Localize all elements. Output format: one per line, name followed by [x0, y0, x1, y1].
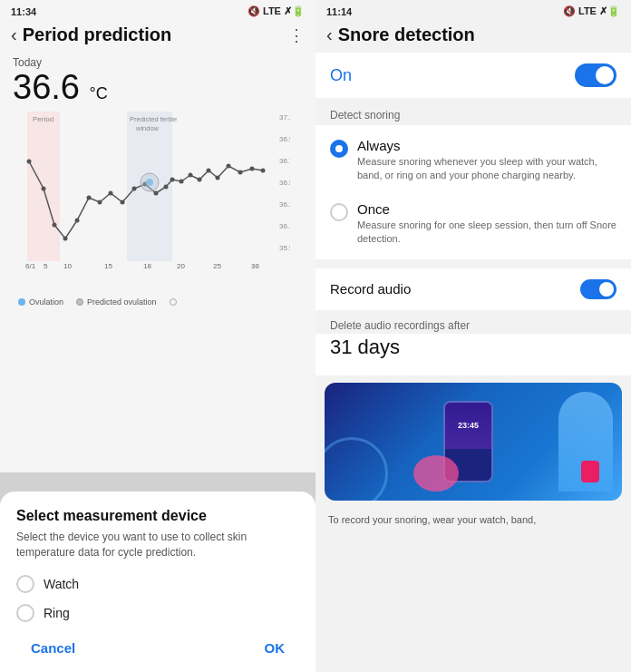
- always-radio[interactable]: [330, 140, 348, 158]
- dialog-option-ring[interactable]: Ring: [16, 599, 299, 628]
- page-title-right: Snore detection: [338, 24, 475, 45]
- svg-point-19: [109, 190, 113, 195]
- always-text-group: Always Measure snoring whenever you slee…: [357, 138, 616, 183]
- option-once[interactable]: Once Measure snoring for one sleep sessi…: [316, 192, 631, 256]
- back-button-right[interactable]: ‹: [326, 24, 333, 45]
- svg-point-13: [42, 186, 46, 190]
- svg-point-16: [75, 218, 80, 222]
- svg-text:18: 18: [143, 262, 151, 270]
- chart-svg: 37.1 36.9 36.7 36.5 36.3 36.1 35.9 Perio…: [9, 107, 306, 292]
- svg-point-34: [261, 168, 266, 172]
- svg-text:20: 20: [177, 262, 185, 270]
- svg-point-25: [170, 177, 175, 181]
- temperature-chart: 37.1 36.9 36.7 36.5 36.3 36.1 35.9 Perio…: [9, 107, 290, 288]
- always-desc: Measure snoring whenever you sleep with …: [357, 155, 616, 183]
- dialog-description: Select the device you want to use to col…: [16, 530, 299, 560]
- dialog-box: Select measurement device Select the dev…: [0, 492, 316, 672]
- svg-point-29: [207, 168, 211, 172]
- dialog-option-watch[interactable]: Watch: [16, 570, 299, 599]
- svg-text:10: 10: [63, 262, 72, 270]
- detect-snoring-label: Detect snoring: [316, 100, 631, 125]
- svg-point-24: [164, 184, 169, 189]
- watch-radio[interactable]: [16, 575, 34, 593]
- svg-point-28: [198, 177, 202, 181]
- nav-bar-left: ‹ Period prediction ⋮: [0, 21, 316, 51]
- record-audio-toggle[interactable]: [580, 279, 616, 299]
- illustration-inner: 23:45: [325, 383, 622, 501]
- status-icons-right: 🔇 LTE ✗🔋: [563, 5, 620, 17]
- phone-screen: 23:45: [445, 403, 491, 450]
- cancel-button[interactable]: Cancel: [16, 635, 90, 661]
- legend-predicted: Predicted ovulation: [76, 297, 157, 307]
- svg-point-30: [216, 175, 220, 180]
- status-bar-left: 11:34 🔇 LTE ✗🔋: [0, 0, 316, 21]
- days-value: 31 days: [316, 334, 631, 368]
- temp-unit: °C: [90, 84, 108, 102]
- dialog-overlay: Select measurement device Select the dev…: [0, 472, 316, 672]
- svg-text:30: 30: [251, 262, 259, 270]
- legend-ovulation: Ovulation: [18, 297, 63, 307]
- svg-point-23: [154, 190, 159, 195]
- svg-point-33: [250, 166, 255, 170]
- predicted-dot-icon: [76, 298, 83, 306]
- once-radio[interactable]: [330, 203, 348, 221]
- back-button-left[interactable]: ‹: [11, 24, 17, 45]
- legend-circle: [170, 298, 177, 306]
- svg-text:36.9: 36.9: [279, 135, 290, 143]
- left-panel: 11:34 🔇 LTE ✗🔋 ‹ Period prediction ⋮ Tod…: [0, 0, 316, 672]
- svg-point-18: [98, 200, 102, 204]
- time-right: 11:14: [326, 6, 352, 17]
- right-panel: 11:14 🔇 LTE ✗🔋 ‹ Snore detection On Dete…: [316, 0, 631, 672]
- ovulation-dot-icon: [18, 298, 25, 306]
- pink-blob-icon: [413, 455, 459, 492]
- bottom-text: To record your snoring, wear your watch,…: [316, 508, 631, 532]
- ring-radio[interactable]: [16, 604, 34, 622]
- svg-text:15: 15: [104, 262, 112, 270]
- on-toggle[interactable]: [575, 63, 616, 87]
- svg-text:6/1: 6/1: [25, 262, 36, 270]
- svg-point-21: [132, 186, 137, 190]
- once-title: Once: [357, 201, 616, 217]
- svg-text:35.9: 35.9: [279, 244, 290, 252]
- svg-text:36.5: 36.5: [279, 179, 290, 187]
- once-desc: Measure snoring for one sleep session, t…: [357, 219, 616, 247]
- ok-button[interactable]: OK: [250, 635, 300, 661]
- time-left: 11:34: [11, 6, 36, 17]
- dialog-title: Select measurement device: [16, 508, 299, 524]
- right-nav: ‹ Snore detection: [316, 21, 631, 53]
- delete-label: Delete audio recordings after: [316, 310, 631, 334]
- predicted-label: Predicted ovulation: [87, 297, 157, 307]
- on-label: On: [330, 66, 352, 85]
- page-title-left: Period prediction: [23, 24, 171, 45]
- svg-text:36.7: 36.7: [279, 157, 290, 165]
- option-always[interactable]: Always Measure snoring whenever you slee…: [316, 129, 631, 192]
- status-icons-left: 🔇 LTE ✗🔋: [248, 5, 305, 17]
- svg-point-17: [87, 195, 92, 200]
- chart-legend: Ovulation Predicted ovulation: [9, 292, 306, 312]
- svg-point-31: [227, 163, 231, 168]
- ring-label: Ring: [44, 606, 70, 620]
- svg-point-12: [27, 159, 32, 163]
- svg-point-32: [238, 170, 243, 174]
- svg-text:36.3: 36.3: [279, 200, 290, 209]
- ovulation-label: Ovulation: [29, 297, 63, 307]
- svg-point-26: [180, 179, 184, 183]
- detect-options: Always Measure snoring whenever you slee…: [316, 125, 631, 259]
- once-text-group: Once Measure snoring for one sleep sessi…: [357, 201, 616, 247]
- on-toggle-row: On: [316, 53, 631, 98]
- illustration-box: 23:45: [325, 383, 622, 501]
- status-bar-right: 11:14 🔇 LTE ✗🔋: [316, 0, 631, 21]
- svg-point-15: [63, 236, 68, 240]
- svg-text:window: window: [135, 124, 160, 132]
- more-menu-button[interactable]: ⋮: [288, 25, 305, 45]
- watch-icon: [581, 461, 599, 482]
- always-title: Always: [357, 138, 616, 153]
- today-section: Today 36.6 °C: [0, 51, 316, 107]
- svg-point-36: [146, 179, 153, 186]
- record-audio-row: Record audio: [316, 268, 631, 310]
- watch-label: Watch: [44, 577, 79, 591]
- svg-text:37.1: 37.1: [279, 113, 290, 122]
- svg-text:Period: Period: [33, 115, 53, 123]
- svg-point-14: [53, 222, 57, 227]
- decoration-circle: [325, 437, 388, 501]
